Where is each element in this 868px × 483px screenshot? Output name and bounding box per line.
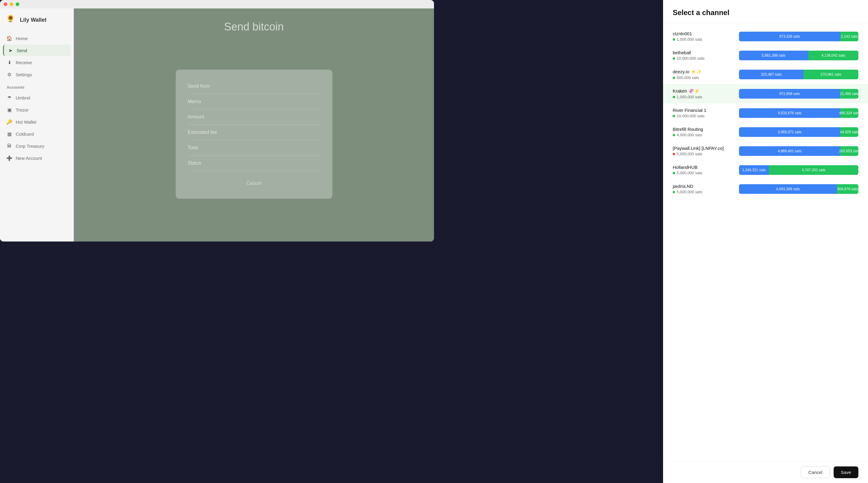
main-cancel-button[interactable]: Cancel [188,177,320,190]
sidebar-label-settings: Settings [16,72,32,77]
total-label: Total [188,145,233,150]
sidebar-account-label-corp-treasury: Corp Treasury [16,144,44,149]
receive-icon: ⬇ [7,60,12,65]
sidebar-account-label-hot-wallet: Hot Wallet [16,119,36,124]
sidebar-logo: 🌻 Lily Wallet [0,14,73,33]
estimated-fee-label: Estimated fee [188,130,233,135]
settings-icon: ⚙ [7,72,12,77]
logo-text: Lily Wallet [20,17,46,23]
sidebar-item-umbrel[interactable]: ☂ Umbrel [3,92,70,103]
sidebar-item-settings[interactable]: ⚙ Settings [3,69,70,80]
corp-treasury-icon: 🏛 [7,143,12,149]
sidebar-account-label-umbrel: Umbrel [16,95,30,100]
amount-label: Amount [188,114,233,120]
title-bar [0,0,434,8]
sidebar-accounts: ☂ Umbrel ▣ Trezor 🔑 Hot Wallet ▦ Coldcar… [0,92,73,164]
total-row: Total [188,140,320,156]
trezor-icon: ▣ [7,107,12,113]
sidebar-label-receive: Receive [16,60,32,65]
sidebar-label-home: Home [16,36,28,41]
umbrel-icon: ☂ [7,95,12,100]
home-icon: 🏠 [7,36,12,41]
sidebar-item-send[interactable]: ➤ Send [3,44,70,56]
hot-wallet-icon: 🔑 [7,119,12,124]
sidebar-item-hot-wallet[interactable]: 🔑 Hot Wallet [3,116,70,127]
page-title: Send bitcoin [224,21,284,33]
sidebar-item-corp-treasury[interactable]: 🏛 Corp Treasury [3,140,70,152]
sidebar-account-label-trezor: Trezor [16,107,29,113]
sidebar-item-home[interactable]: 🏠 Home [3,33,70,44]
send-from-label: Send from [188,84,233,89]
sidebar-label-send: Send [17,48,27,53]
estimated-fee-row: Estimated fee [188,125,320,140]
minimize-button[interactable] [10,2,13,6]
sidebar-item-trezor[interactable]: ▣ Trezor [3,104,70,116]
close-button[interactable] [4,2,7,6]
sidebar: 🌻 Lily Wallet 🏠 Home ➤ Send ⬇ Receive ⚙ … [0,8,74,241]
status-label: Status [188,160,233,166]
app-window: 🌻 Lily Wallet 🏠 Home ➤ Send ⬇ Receive ⚙ … [0,0,434,241]
app-body: 🌻 Lily Wallet 🏠 Home ➤ Send ⬇ Receive ⚙ … [0,8,434,241]
sidebar-account-label-coldcard: Coldcard [16,131,34,137]
logo-icon: 🌻 [6,14,17,25]
new-account-icon: ➕ [7,155,12,161]
main-header: Send bitcoin [224,21,284,33]
send-form-card: Send from Memo Amount Estimated fee Tota… [176,70,333,199]
memo-row: Memo [188,94,320,110]
sidebar-nav: 🏠 Home ➤ Send ⬇ Receive ⚙ Settings [0,33,73,80]
send-icon: ➤ [7,48,13,53]
sidebar-account-label-new-account: New Account [16,156,42,161]
amount-row: Amount [188,110,320,125]
send-from-row: Send from [188,79,320,94]
sidebar-item-coldcard[interactable]: ▦ Coldcard [3,128,70,140]
memo-label: Memo [188,99,233,104]
sidebar-item-new-account[interactable]: ➕ New Account [3,152,70,164]
main-content: Send bitcoin Send from Memo Amount Estim… [74,8,434,241]
coldcard-icon: ▦ [7,131,12,137]
accounts-section-title: Accounts [0,80,73,92]
sidebar-item-receive[interactable]: ⬇ Receive [3,57,70,68]
status-row: Status [188,156,320,171]
maximize-button[interactable] [16,2,19,6]
